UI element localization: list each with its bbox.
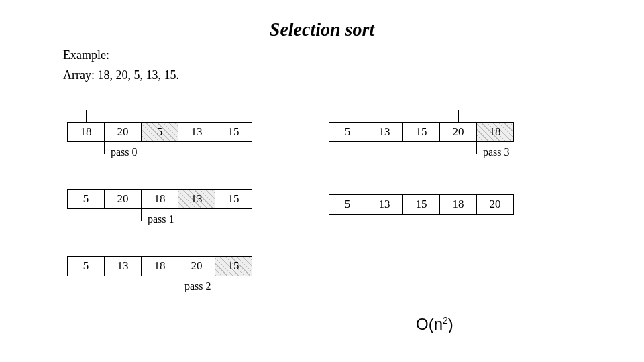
array-description: Array: 18, 20, 5, 13, 15. [63,68,179,82]
array-row: 5 13 15 20 18 [329,122,514,142]
cell: 18 [67,122,105,142]
cell: 13 [104,256,142,276]
array-row: 5 13 18 20 15 [67,256,252,276]
cell-highlight: 15 [215,256,252,276]
tick-top [86,110,87,122]
cell: 15 [215,122,252,142]
pass-label: pass 1 [148,213,174,225]
tick-bottom [178,276,178,288]
complexity-exp: 2 [443,315,448,326]
page-title: Selection sort [0,19,644,40]
tick-bottom [141,209,142,221]
pass-2: 5 13 18 20 15 pass 2 [67,256,252,276]
cell: 5 [329,194,366,215]
tick-top [458,110,459,122]
cell: 15 [402,194,440,215]
tick-bottom [104,142,105,154]
array-row: 5 13 15 18 20 [329,194,514,215]
cell: 20 [178,256,215,276]
complexity-text: O(n [416,315,443,333]
cell: 15 [402,122,440,142]
pass-1: 5 20 18 13 15 pass 1 [67,189,252,209]
cell-highlight: 13 [178,189,215,209]
cell: 18 [141,256,178,276]
pass-0: 18 20 5 13 15 pass 0 [67,122,252,142]
cell: 20 [439,122,477,142]
pass-label: pass 0 [111,146,138,158]
array-row: 18 20 5 13 15 [67,122,252,142]
complexity-suffix: ) [448,315,453,333]
cell: 18 [439,194,477,215]
tick-top [123,177,123,189]
pass-final: 5 13 15 18 20 [329,194,514,215]
cell: 5 [67,189,105,209]
pass-label: pass 2 [184,280,211,292]
pass-3: 5 13 15 20 18 pass 3 [329,122,514,142]
cell: 20 [104,122,142,142]
example-label: Example: [63,48,109,62]
cell: 13 [178,122,215,142]
cell: 20 [476,194,514,215]
cell: 13 [366,194,403,215]
tick-top [160,244,160,256]
cell-highlight: 18 [476,122,514,142]
cell: 5 [329,122,366,142]
cell: 5 [67,256,105,276]
pass-label: pass 3 [483,146,510,158]
cell: 18 [141,189,178,209]
cell: 15 [215,189,252,209]
cell-highlight: 5 [141,122,178,142]
time-complexity: O(n2) [416,315,453,334]
array-row: 5 20 18 13 15 [67,189,252,209]
cell: 20 [104,189,142,209]
tick-bottom [476,142,477,154]
cell: 13 [366,122,403,142]
